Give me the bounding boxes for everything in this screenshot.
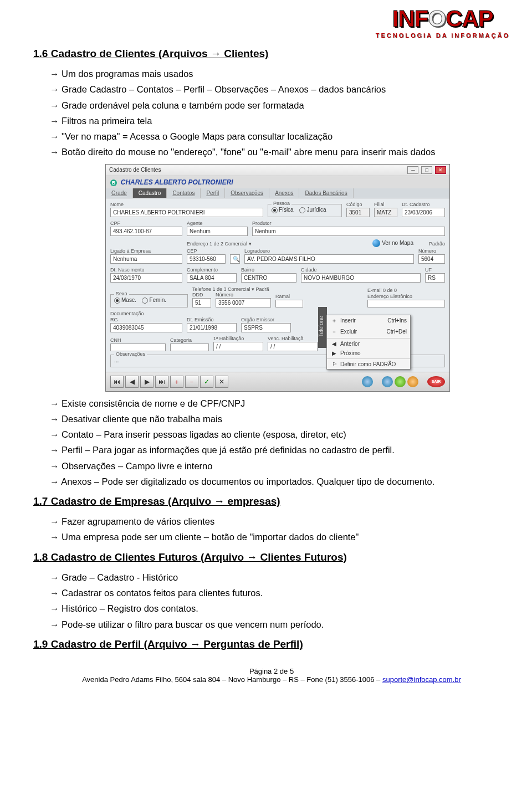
help-icon[interactable] [362,376,373,387]
minus-icon: － [330,328,338,336]
hab1-input[interactable]: / / [213,342,263,351]
menu-inserir[interactable]: ＋InserirCtrl+Ins [327,315,410,326]
cpf-label: CPF [110,221,182,226]
footer-address: Avenida Pedro Adams Filho, 5604 sala 804… [82,675,382,684]
ddd-input[interactable]: 51 [192,298,211,307]
post-bullet-2: → Desativar cliente que não trabalha mai… [50,413,510,425]
sec16-bullet-3: → Grade ordenável pela coluna e também p… [50,99,510,111]
cpf-input[interactable]: 493.462.100-87 [110,227,182,236]
logo-post: CAP [446,6,493,32]
plus-icon: ＋ [330,317,338,325]
cidade-input[interactable]: NOVO HAMBURGO [301,273,421,283]
rg-input[interactable]: 4039083045 [110,323,182,332]
context-menu: ＋InserirCtrl+Ins －ExcluirCtrl+Del ◀Anter… [326,315,411,370]
cnh-input[interactable] [110,343,166,351]
ramal-label: Ramal [275,294,303,299]
produtor-label: Produtor [252,221,445,226]
dtnasc-input[interactable]: 24/03/1970 [110,273,182,283]
tab-dados-bancarios[interactable]: Dados Bancários [299,188,353,198]
radio-fisica[interactable]: Física [272,207,294,213]
dtemissao-input[interactable]: 21/01/1998 [187,323,237,332]
dtcad-input[interactable]: 23/03/2006 [402,208,445,217]
orgemissor-input[interactable]: SSPRS [241,323,291,332]
tool-globe-3-icon[interactable] [407,376,418,387]
nav-next-button[interactable]: ▶ [140,376,154,388]
menu-excluir[interactable]: －ExcluirCtrl+Del [327,326,410,337]
ligado-label: Ligado à Empresa [110,248,182,254]
categoria-label: Categoria [170,337,209,343]
maximize-button[interactable]: □ [421,166,432,174]
tool-globe-2-icon[interactable] [395,376,406,387]
email-input[interactable] [367,300,445,307]
numero-input[interactable]: 5604 [418,254,445,264]
tab-anexos[interactable]: Anexos [269,188,299,198]
menu-anterior[interactable]: ◀Anterior [327,339,410,348]
cep-search-button[interactable]: 🔍 [230,254,240,264]
ramal-input[interactable] [275,300,303,307]
ver-no-mapa-link[interactable]: Ver no Mapa [382,239,413,245]
radio-femin[interactable]: Femin. [142,297,166,304]
post-bullet-4: → Perfil – Para jogar as informações que… [50,444,510,456]
footer-email-link[interactable]: suporte@infocap.com.br [382,675,461,684]
dtnasc-label: Dt. Nascimento [110,267,182,273]
client-name-header: CHARLES ALBERTO POLTRONIERI [121,178,233,186]
cidade-label: Cidade [301,267,421,273]
nav-confirm-button[interactable]: ✓ [200,376,213,388]
bairro-input[interactable]: CENTRO [241,273,296,283]
hab1-label: 1ª Habilitação [213,336,263,341]
nav-first-button[interactable]: ⏮ [110,376,124,388]
nome-input[interactable]: CHARLES ALBERTO POLTRONIERI [110,208,263,217]
nav-add-button[interactable]: ＋ [170,376,183,388]
section-1-9-title: 1.9 Cadastro de Perfil (Arquivo → Pergun… [33,638,510,650]
categoria-input[interactable] [170,343,209,351]
arrow-left-icon: ◀ [330,341,338,347]
header-logo: INFOCAP TECNOLOGIA DA INFORMAÇÃO [33,0,510,40]
sec16-bullet-6: → Botão direito do mouse no "endereço", … [50,146,510,158]
produtor-select[interactable]: Nenhum [252,227,445,236]
complemento-input[interactable]: SALA 804 [187,273,237,283]
tab-perfil[interactable]: Perfil [201,188,225,198]
minimize-button[interactable]: ─ [407,166,418,174]
rg-label: RG [110,317,182,322]
venc-input[interactable]: / / [268,342,318,351]
uf-label: UF [425,267,445,273]
agente-select[interactable]: Nenhum [187,227,248,236]
sec16-bullet-1: → Um dos programas mais usados [50,68,510,80]
cep-input[interactable]: 93310-560 [187,254,226,264]
telefone-side-tab[interactable]: Telefone [318,307,327,348]
nav-remove-button[interactable]: － [185,376,198,388]
radio-masc[interactable]: Masc. [114,297,136,304]
uf-select[interactable]: RS [425,273,445,283]
tab-observacoes[interactable]: Observações [225,188,269,198]
nav-last-button[interactable]: ⏭ [155,376,168,388]
menu-definir-padrao[interactable]: ⚐Definir como PADRÃO [327,360,410,369]
tab-cadastro[interactable]: Cadastro [133,188,167,198]
client-badge-icon: B [110,180,117,186]
nav-prev-button[interactable]: ◀ [125,376,139,388]
tab-contatos[interactable]: Contatos [167,188,201,198]
sec17-bullet-1: → Fazer agrupamento de vários clientes [50,515,510,527]
nav-cancel-button[interactable]: ✕ [215,376,228,388]
tab-grade[interactable]: Grade [106,188,133,198]
section-1-8-title: 1.8 Cadastro de Clientes Futuros (Arquiv… [33,551,510,563]
telefone-header[interactable]: Telefone 1 de 3 Comercial ▾ Padrã [192,286,269,292]
logo-o: O [428,6,446,32]
menu-proximo[interactable]: ▶Próximo [327,348,410,358]
endereco-header[interactable]: Endereço 1 de 2 Comercial ▾ [187,241,252,247]
nome-label: Nome [110,202,263,207]
tool-globe-1-icon[interactable] [382,376,393,387]
tel-num-input[interactable]: 3556 0007 [216,298,271,307]
numero-label: Número [418,248,445,254]
app-window: Cadastro de Clientes ─ □ ✕ B CHARLES ALB… [105,164,450,392]
sec18-bullet-2: → Cadastrar os contatos feitos para clie… [50,587,510,599]
logradouro-label: Logradouro [244,248,414,254]
sec18-bullet-4: → Pode-se utilizar o filtro para buscar … [50,618,510,630]
close-button[interactable]: ✕ [435,166,446,174]
arrow-right-icon: ▶ [330,350,338,356]
radio-juridica[interactable]: Jurídica [299,207,326,213]
endereco-eletronico-label: Endereço Eletrônico [367,294,445,299]
logradouro-input[interactable]: AV. PEDRO ADAMS FILHO [244,254,414,264]
sair-button[interactable]: SAIR [427,376,445,387]
ligado-select[interactable]: Nenhuma [110,254,182,264]
dtcad-label: Dt. Cadastro [402,202,445,207]
